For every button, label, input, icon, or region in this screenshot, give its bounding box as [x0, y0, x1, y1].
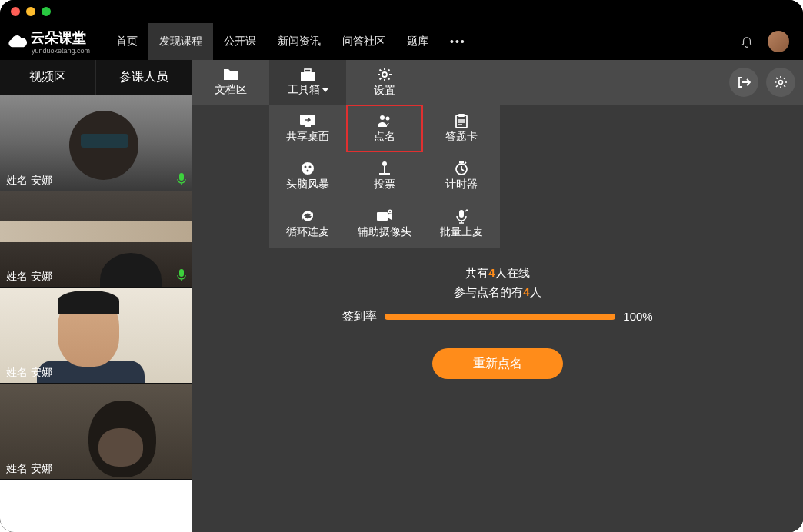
sidebar: 视频区 参课人员 姓名 安娜 姓名 安娜 姓名 安娜 [0, 60, 192, 532]
share-screen-icon [299, 113, 316, 128]
brainstorm-item[interactable]: 头脑风暴 [269, 152, 346, 200]
user-avatar[interactable] [768, 31, 789, 52]
gear-icon [774, 75, 788, 89]
item-label: 点名 [374, 130, 395, 144]
gear-icon [377, 67, 392, 82]
restart-rollcall-button[interactable]: 重新点名 [432, 348, 563, 379]
svg-point-4 [382, 72, 387, 77]
loop-mic-item[interactable]: 循环连麦 [269, 200, 346, 248]
item-label: 答题卡 [445, 130, 478, 144]
item-label: 辅助摄像头 [358, 225, 411, 239]
toolbox-label: 工具箱 [288, 83, 320, 97]
item-label: 计时器 [445, 178, 478, 191]
svg-rect-17 [384, 166, 385, 173]
doc-area-label: 文档区 [215, 83, 247, 97]
bell-icon[interactable] [740, 35, 754, 48]
content-area: 共享桌面 点名 答题卡 头脑风暴 [192, 105, 803, 532]
timer-item[interactable]: 计时器 [423, 152, 500, 200]
minimize-dot[interactable] [26, 7, 35, 16]
logo-text: 云朵课堂 [31, 28, 90, 47]
vote-item[interactable]: 投票 [346, 152, 423, 200]
nav-discover[interactable]: 发现课程 [148, 23, 213, 60]
svg-point-15 [307, 170, 309, 172]
item-label: 循环连麦 [286, 225, 329, 239]
rollcall-stats: 共有4人在线 参与点名的有4人 签到率 100% 重新点名 [305, 266, 690, 379]
answer-card-item[interactable]: 答题卡 [423, 105, 500, 152]
svg-rect-3 [305, 69, 311, 72]
progress-bar [385, 314, 615, 320]
nav-question-bank[interactable]: 题库 [396, 23, 439, 60]
briefcase-icon [299, 68, 316, 81]
settings-label: 设置 [374, 84, 395, 98]
nav-items: 首页 发现课程 公开课 新闻资讯 问答社区 题库 ••• [105, 23, 477, 60]
participant-name: 姓名 安娜 [0, 171, 58, 191]
participant-name: 姓名 安娜 [0, 363, 58, 383]
chevron-down-icon [322, 88, 328, 92]
video-tile[interactable]: 姓名 安娜 [0, 384, 192, 480]
participant-name: 姓名 安娜 [0, 459, 58, 479]
video-tile[interactable]: 姓名 安娜 [0, 191, 192, 288]
card-icon [453, 113, 470, 128]
svg-rect-1 [179, 269, 184, 277]
toolbox-dropdown: 共享桌面 点名 答题卡 头脑风暴 [269, 105, 500, 248]
svg-point-14 [309, 166, 312, 168]
top-nav: 云朵课堂 yunduoketang.com 首页 发现课程 公开课 新闻资讯 问… [0, 23, 803, 60]
svg-point-12 [302, 162, 314, 175]
sidebar-tabs: 视频区 参课人员 [0, 60, 192, 95]
brainstorm-icon [299, 161, 316, 176]
settings-round-button[interactable] [766, 68, 795, 97]
logo[interactable]: 云朵课堂 yunduoketang.com [8, 28, 90, 55]
svg-rect-2 [301, 72, 315, 81]
nav-news[interactable]: 新闻资讯 [267, 23, 332, 60]
item-label: 共享桌面 [286, 130, 329, 144]
close-dot[interactable] [11, 7, 20, 16]
svg-rect-0 [179, 173, 184, 181]
svg-rect-11 [458, 114, 465, 117]
vote-icon [376, 161, 393, 176]
body: 视频区 参课人员 姓名 安娜 姓名 安娜 姓名 安娜 [0, 60, 803, 532]
batch-mic-item[interactable]: 批量上麦 [423, 200, 500, 248]
svg-rect-20 [377, 212, 388, 221]
titlebar [0, 0, 803, 23]
svg-rect-7 [305, 125, 311, 127]
doc-area-button[interactable]: 文档区 [192, 60, 269, 105]
svg-point-5 [779, 81, 783, 85]
svg-point-13 [305, 166, 307, 168]
settings-button[interactable]: 设置 [346, 60, 423, 105]
toolbox-button[interactable]: 工具箱 [269, 60, 346, 105]
online-count-line: 共有4人在线 [305, 266, 690, 281]
video-list: 姓名 安娜 姓名 安娜 姓名 安娜 姓名 安娜 [0, 95, 192, 532]
maximize-dot[interactable] [42, 7, 51, 16]
svg-point-9 [386, 117, 390, 121]
folder-icon [222, 68, 239, 81]
participant-name: 姓名 安娜 [0, 267, 58, 287]
mic-up-icon [453, 208, 470, 224]
mic-icon [176, 172, 187, 186]
progress-row: 签到率 100% [305, 309, 690, 324]
tab-participants[interactable]: 参课人员 [95, 60, 192, 95]
tab-video[interactable]: 视频区 [0, 60, 95, 95]
rate-value: 100% [623, 310, 652, 323]
nav-more[interactable]: ••• [439, 23, 477, 60]
rate-label: 签到率 [342, 309, 377, 324]
share-screen-item[interactable]: 共享桌面 [269, 105, 346, 152]
video-tile[interactable]: 姓名 安娜 [0, 95, 192, 191]
cloud-icon [8, 32, 28, 52]
camera-icon [376, 208, 393, 224]
nav-public[interactable]: 公开课 [213, 23, 267, 60]
aux-camera-item[interactable]: 辅助摄像头 [346, 200, 423, 248]
nav-qa[interactable]: 问答社区 [332, 23, 396, 60]
app-window: 云朵课堂 yunduoketang.com 首页 发现课程 公开课 新闻资讯 问… [0, 0, 803, 532]
svg-rect-18 [379, 173, 390, 175]
svg-rect-10 [456, 115, 467, 128]
exit-icon [737, 75, 751, 89]
people-icon [376, 113, 393, 128]
exit-button[interactable] [729, 68, 758, 97]
video-tile[interactable]: 姓名 安娜 [0, 288, 192, 384]
video-tile[interactable] [0, 480, 192, 532]
svg-point-16 [382, 161, 387, 166]
rollcall-item[interactable]: 点名 [346, 105, 423, 152]
timer-icon [453, 161, 470, 176]
item-label: 头脑风暴 [286, 178, 329, 191]
nav-home[interactable]: 首页 [105, 23, 148, 60]
